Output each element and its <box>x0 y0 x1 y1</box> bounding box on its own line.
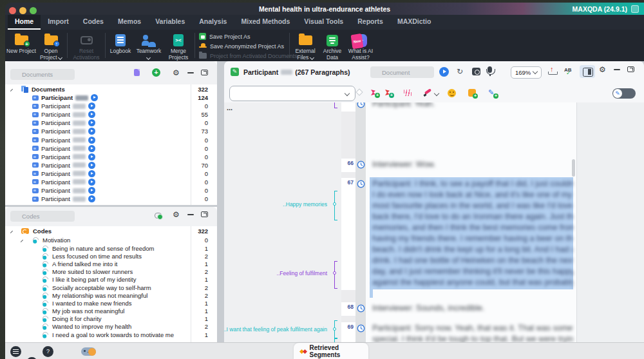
save-anonymized-button[interactable]: Save Anonymized Project As <box>199 42 288 50</box>
code-row[interactable]: I wanted to make new friends1 <box>5 299 217 307</box>
emoji-code-icon[interactable] <box>448 89 456 97</box>
code-bracket[interactable] <box>334 191 337 220</box>
code-row[interactable]: I like it being part of my identity1 <box>5 276 217 284</box>
diamond-icon[interactable] <box>357 90 362 95</box>
help-icon[interactable]: ? <box>43 346 53 357</box>
browser-minimize-icon[interactable] <box>614 69 620 70</box>
teamwork-button[interactable]: Teamwork <box>134 30 164 61</box>
codes-minimize-icon[interactable] <box>187 214 194 215</box>
browser-settings-gear-icon[interactable]: ⚙ <box>599 66 606 73</box>
save-project-as-button[interactable]: Save Project As <box>199 32 288 41</box>
play-media-icon[interactable] <box>88 179 95 186</box>
paraphrase-icon[interactable]: ✎ <box>488 88 497 97</box>
play-media-icon[interactable] <box>91 94 98 101</box>
theme-toggle[interactable] <box>81 347 96 356</box>
code-with-new-code-icon[interactable] <box>385 89 393 97</box>
edit-mode-toggle[interactable] <box>612 88 636 99</box>
microphone-icon[interactable] <box>486 66 494 73</box>
logbook-button[interactable]: Logbook <box>107 30 134 61</box>
code-bracket-partial[interactable] <box>334 102 337 108</box>
code-stripe-label[interactable]: ..Happy memories <box>283 201 327 208</box>
document-row-participant[interactable]: Participant73 <box>5 127 217 135</box>
documents-root-row[interactable]: Documents 322 <box>5 84 217 93</box>
merge-projects-button[interactable]: >< Merge Projects <box>164 30 193 61</box>
tab-memos[interactable]: Memos <box>111 15 148 30</box>
collapse-chevron-icon[interactable] <box>8 228 13 233</box>
tab-home[interactable]: Home <box>8 15 41 30</box>
code-in-vivo-icon[interactable] <box>371 89 379 97</box>
code-stripe-label[interactable]: ..I want that feeling of peak fulfilment… <box>224 326 327 333</box>
code-row[interactable]: Doing it for charity1 <box>5 315 217 323</box>
tab-maxdictio[interactable]: MAXDictio <box>390 15 439 30</box>
play-media-icon[interactable] <box>88 195 95 202</box>
margin-ellipsis[interactable]: ... <box>227 104 232 112</box>
document-row-participant[interactable]: Participant0 <box>5 195 217 203</box>
export-icon[interactable] <box>548 67 556 75</box>
new-project-button[interactable]: + New Project <box>6 30 36 61</box>
sidebar-toggle-icon[interactable] <box>580 65 595 78</box>
document-search-input[interactable] <box>370 66 434 78</box>
scrollbar-thumb[interactable] <box>572 159 575 177</box>
timestamp-clock-icon[interactable] <box>357 102 365 111</box>
document-row-participant[interactable]: Participant0 <box>5 153 217 161</box>
code-row[interactable]: More suited to slower runners2 <box>5 268 217 276</box>
play-media-icon[interactable] <box>88 170 95 177</box>
highlighter-icon[interactable] <box>424 89 432 97</box>
archive-data-button[interactable]: Archive Data <box>319 30 345 61</box>
undo-coding-icon[interactable] <box>404 90 412 96</box>
tab-visual-tools[interactable]: Visual Tools <box>297 15 350 30</box>
code-row[interactable]: Less focused on time and results2 <box>5 252 217 260</box>
snapshot-icon[interactable] <box>472 68 480 75</box>
sync-mode-icon[interactable]: ↻ <box>457 67 463 76</box>
document-row-participant[interactable]: Participant0 <box>5 186 217 195</box>
tab-analysis[interactable]: Analysis <box>192 15 234 30</box>
ai-assist-button[interactable]: ✦New What is AI Assist? <box>345 30 376 61</box>
codes-settings-gear-icon[interactable]: ⚙ <box>173 211 180 218</box>
tab-reports[interactable]: Reports <box>350 15 390 30</box>
codes-search-input[interactable] <box>10 211 75 222</box>
code-stripe-label[interactable]: ..Feeling of fulfilment <box>277 270 327 277</box>
play-media-icon[interactable] <box>88 111 95 118</box>
document-row-participant[interactable]: Participant55 <box>5 110 217 119</box>
document-memo-icon[interactable] <box>134 69 140 76</box>
open-project-button[interactable]: ↑ Open Project <box>36 30 66 61</box>
code-row[interactable]: A friend talked me into it1 <box>5 260 217 267</box>
play-media-icon[interactable] <box>88 153 95 160</box>
tab-variables[interactable]: Variables <box>148 15 192 30</box>
external-files-button[interactable]: External Files <box>291 30 319 61</box>
code-visibility-icon[interactable] <box>155 213 162 218</box>
play-media-icon[interactable] <box>439 67 449 77</box>
play-media-icon[interactable] <box>88 145 95 152</box>
timestamp-clock-icon[interactable] <box>357 324 365 335</box>
document-row-participant[interactable]: Participant70 <box>5 161 217 170</box>
tab-codes[interactable]: Codes <box>76 15 111 30</box>
document-row-participant[interactable]: Participant0 <box>5 144 217 153</box>
code-bracket-partial[interactable] <box>334 338 337 342</box>
play-media-icon[interactable] <box>88 187 95 194</box>
collapse-chevron-icon[interactable] <box>19 237 23 242</box>
code-row[interactable]: Wanted to improve my health2 <box>5 323 217 331</box>
code-row[interactable]: My relationship was not meaningful2 <box>5 291 217 299</box>
collapse-chevron-icon[interactable] <box>8 86 13 91</box>
play-media-icon[interactable] <box>88 162 95 169</box>
documents-popout-icon[interactable] <box>201 70 208 75</box>
documents-settings-gear-icon[interactable]: ⚙ <box>173 69 180 77</box>
play-media-icon[interactable] <box>88 102 95 110</box>
document-row-participant[interactable]: Participant0 <box>5 170 217 178</box>
documents-minimize-icon[interactable] <box>187 72 194 73</box>
play-media-icon[interactable] <box>88 128 95 135</box>
zoom-level-select[interactable]: 169% <box>511 66 542 79</box>
timestamp-clock-icon[interactable] <box>357 304 365 315</box>
highlighter-chevron-icon[interactable] <box>434 91 439 96</box>
code-row[interactable]: I need a goal to work towards to motivat… <box>5 331 217 338</box>
document-row-participant[interactable]: Participant0 <box>5 119 217 127</box>
code-bracket-handle[interactable] <box>333 327 336 331</box>
code-bracket-handle[interactable] <box>333 271 336 275</box>
timestamp-clock-icon[interactable] <box>357 160 365 171</box>
tab-mixed-methods[interactable]: Mixed Methods <box>234 15 297 30</box>
document-row-participant[interactable]: Participant0 <box>5 102 217 110</box>
new-memo-icon[interactable] <box>468 89 476 97</box>
document-row-participant[interactable]: Participant124 <box>5 93 217 102</box>
code-bracket-handle[interactable] <box>333 202 336 206</box>
feedback-chat-icon[interactable] <box>26 357 37 359</box>
